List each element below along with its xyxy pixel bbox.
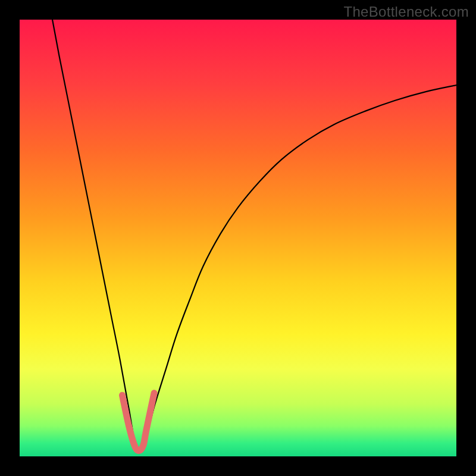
- chart-frame: [20, 20, 456, 456]
- curve-line: [52, 20, 456, 453]
- watermark: TheBottleneck.com: [343, 4, 469, 20]
- chart-plot: [20, 20, 456, 456]
